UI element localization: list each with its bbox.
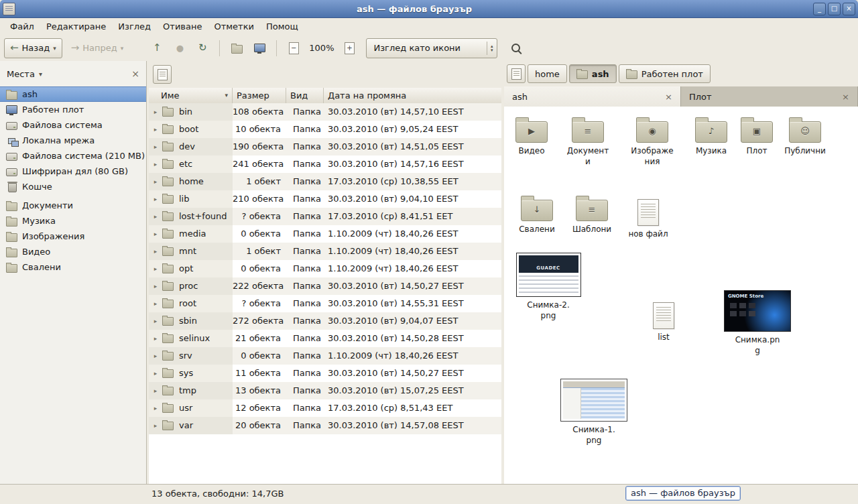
sidebar-item-ash[interactable]: ash (0, 86, 146, 102)
file-name: lost+found (179, 208, 227, 225)
back-button[interactable]: ← Назад ▾ (4, 38, 62, 58)
table-row-home[interactable]: ▸home1 обектПапка17.03.2010 (ср) 10,38,5… (149, 173, 501, 190)
table-row-opt[interactable]: ▸opt0 обектаПапка1.10.2009 (чт) 18,40,26… (149, 260, 501, 277)
column-header-name[interactable]: Име ▾ (149, 88, 233, 103)
sidebar-item-trash[interactable]: Кошче (0, 179, 146, 194)
path-button-home[interactable]: home (528, 64, 567, 83)
table-row-lost+found[interactable]: ▸lost+found? обектаПапка17.03.2010 (ср) … (149, 208, 501, 225)
sidebar-item-music[interactable]: Музика (0, 213, 146, 229)
zoom-in-button[interactable]: + (339, 38, 359, 58)
expander-icon[interactable]: ▸ (151, 382, 160, 399)
type-cell: Папка (286, 365, 324, 382)
reload-button[interactable]: ↻ (192, 38, 212, 58)
expander-icon[interactable]: ▸ (151, 365, 160, 382)
expander-icon[interactable]: ▸ (151, 417, 160, 434)
menu-view[interactable]: Изглед (112, 19, 157, 34)
table-row-dev[interactable]: ▸dev190 обектаПапка30.03.2010 (вт) 14,51… (149, 138, 501, 155)
sidebar-item-desktop[interactable]: Работен плот (0, 102, 146, 117)
expander-icon[interactable]: ▸ (151, 347, 160, 365)
expander-icon[interactable]: ▸ (151, 173, 160, 190)
path-button-desktop[interactable]: Работен плот (619, 64, 711, 83)
tab-ash[interactable]: ash × (504, 86, 681, 107)
list-pane-location-button[interactable] (153, 65, 172, 84)
expander-icon[interactable]: ▸ (151, 243, 160, 260)
window-menu-icon[interactable] (3, 3, 15, 15)
close-button[interactable]: × (843, 3, 855, 15)
expander-icon[interactable]: ▸ (151, 121, 160, 138)
menu-edit[interactable]: Редактиране (40, 19, 112, 34)
expander-icon[interactable]: ▸ (151, 260, 160, 277)
menu-bookmarks[interactable]: Отметки (208, 19, 259, 34)
table-row-mnt[interactable]: ▸mnt1 обектПапка1.10.2009 (чт) 18,40,26 … (149, 243, 501, 260)
icon-item-documents[interactable]: ≡Документи (554, 116, 621, 167)
sidebar-item-network[interactable]: Локална мрежа (0, 133, 146, 148)
sidebar-item-filesystem[interactable]: Файлова система (0, 117, 146, 133)
table-row-lib[interactable]: ▸lib210 обектаПапка30.03.2010 (вт) 9,04,… (149, 190, 501, 208)
view-mode-select[interactable]: Изглед като икони ▴▾ (366, 38, 497, 58)
taskbar-window-button[interactable]: ash — файлов браузър (625, 486, 741, 501)
expander-icon[interactable]: ▸ (151, 330, 160, 347)
table-row-boot[interactable]: ▸boot10 обектаПапка30.03.2010 (вт) 9,05,… (149, 121, 501, 138)
tab-close-icon[interactable]: × (842, 92, 849, 101)
name-cell: ▸home (149, 173, 233, 190)
table-row-sbin[interactable]: ▸sbin272 обектаПапка30.03.2010 (вт) 9,04… (149, 312, 501, 330)
search-button[interactable] (505, 38, 526, 58)
up-button[interactable]: ↑ (147, 38, 167, 58)
menu-file[interactable]: Файл (4, 19, 40, 34)
path-root-button[interactable] (507, 64, 526, 83)
sidebar-item-videos[interactable]: Видео (0, 244, 146, 259)
icon-item-list[interactable]: list (630, 300, 697, 343)
menu-go[interactable]: Отиване (157, 19, 208, 34)
expander-icon[interactable]: ▸ (151, 277, 160, 295)
size-cell: 21 обекта (233, 330, 286, 347)
titlebar[interactable]: ash — файлов браузър _ □ × (0, 0, 858, 18)
icon-item-pictures[interactable]: ◉Изображения (619, 116, 686, 167)
tab-close-icon[interactable]: × (665, 92, 672, 101)
minimize-button[interactable]: _ (813, 3, 826, 15)
expander-icon[interactable]: ▸ (151, 225, 160, 243)
table-row-sys[interactable]: ▸sys11 обектаПапка30.03.2010 (вт) 14,50,… (149, 365, 501, 382)
expander-icon[interactable]: ▸ (151, 208, 160, 225)
home-button[interactable] (227, 38, 247, 58)
sidebar-dropdown-icon[interactable]: ▾ (39, 70, 42, 78)
sidebar-close-icon[interactable]: × (131, 69, 139, 78)
maximize-button[interactable]: □ (828, 3, 841, 15)
table-row-proc[interactable]: ▸proc222 обектаПапка30.03.2010 (вт) 14,5… (149, 277, 501, 295)
table-row-root[interactable]: ▸root? обектаПапка30.03.2010 (вт) 14,55,… (149, 295, 501, 312)
expander-icon[interactable]: ▸ (151, 312, 160, 330)
computer-button[interactable] (249, 38, 269, 58)
icon-item-snimka[interactable]: GNOME StoreСнимка.png (724, 290, 791, 356)
sidebar-item-filesystem-210mb[interactable]: Файлова система (210 MB) (0, 148, 146, 164)
icon-item-snimka-1[interactable]: Снимка-1.png (560, 379, 627, 446)
column-header-size[interactable]: Размер (233, 88, 286, 103)
sidebar-item-downloads[interactable]: Свалени (0, 259, 146, 275)
expander-icon[interactable]: ▸ (151, 103, 160, 121)
column-header-type[interactable]: Вид (286, 88, 324, 103)
table-row-media[interactable]: ▸media0 обектаПапка1.10.2009 (чт) 18,40,… (149, 225, 501, 243)
expander-icon[interactable]: ▸ (151, 295, 160, 312)
sidebar-item-documents[interactable]: Документи (0, 198, 146, 213)
table-row-srv[interactable]: ▸srv0 обектаПапка1.10.2009 (чт) 18,40,26… (149, 347, 501, 365)
table-row-selinux[interactable]: ▸selinux21 обектаПапка30.03.2010 (вт) 14… (149, 330, 501, 347)
table-row-tmp[interactable]: ▸tmp13 обектаПапка30.03.2010 (вт) 15,07,… (149, 382, 501, 399)
icon-item-snimka-2[interactable]: GUADECСнимка-2.png (515, 253, 582, 321)
sidebar-item-pictures[interactable]: Изображения (0, 229, 146, 244)
path-button-ash[interactable]: ash (569, 64, 617, 83)
zoom-out-button[interactable]: − (284, 38, 304, 58)
tab-plot[interactable]: Плот × (681, 86, 858, 107)
table-row-var[interactable]: ▸var20 обектаПапка30.03.2010 (вт) 14,57,… (149, 417, 501, 434)
icon-item-public[interactable]: ☺Публични (772, 116, 839, 157)
column-header-date[interactable]: Дата на промяна (324, 88, 501, 103)
expander-icon[interactable]: ▸ (151, 190, 160, 208)
table-row-bin[interactable]: ▸bin108 обектаПапка30.03.2010 (вт) 14,57… (149, 103, 501, 121)
menu-help[interactable]: Помощ (260, 19, 304, 34)
forward-button[interactable]: → Напред ▾ (65, 38, 130, 58)
icon-item-new-file[interactable]: нов файл (615, 196, 682, 240)
expander-icon[interactable]: ▸ (151, 399, 160, 417)
expander-icon[interactable]: ▸ (151, 155, 160, 173)
table-row-etc[interactable]: ▸etc241 обектаПапка30.03.2010 (вт) 14,57… (149, 155, 501, 173)
stop-button[interactable]: ● (170, 38, 190, 58)
expander-icon[interactable]: ▸ (151, 138, 160, 155)
sidebar-item-encrypted-80gb[interactable]: Шифриран дял (80 GB) (0, 164, 146, 179)
table-row-usr[interactable]: ▸usr12 обектаПапка17.03.2010 (ср) 8,51,4… (149, 399, 501, 417)
